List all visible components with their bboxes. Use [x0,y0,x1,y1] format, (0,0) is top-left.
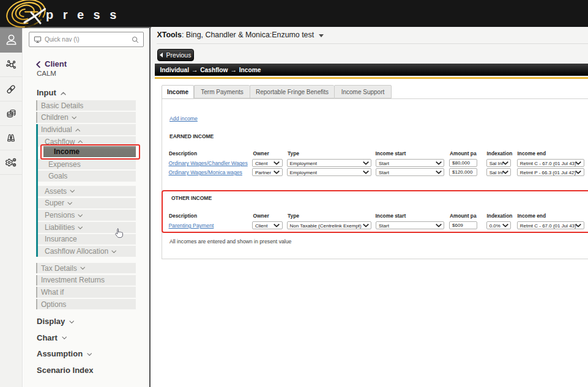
selected-tree-item-bar[interactable]: Income [43,146,136,158]
description-link[interactable]: Ordinary Wages/Chandler Wages [169,160,248,166]
chevron-down-icon [72,116,77,120]
owner-select[interactable]: Partner [252,168,283,176]
column-header-description: Description [169,150,197,157]
tree-item-expenses[interactable]: Expenses [38,159,136,170]
sidebar-heading-chart[interactable]: Chart [37,333,67,342]
rail-item-user[interactable] [0,28,22,53]
breadcrumb-item: Income [239,67,261,73]
select-chevron-icon [575,171,581,174]
select-value: Sal Inf [489,161,504,166]
owner-select[interactable]: Client [252,221,283,229]
tree-item-children[interactable]: Children [36,112,136,123]
income-end-select[interactable]: Retmt P - 66.3 (01 Jul 42) [517,168,584,176]
title-dropdown-caret-icon[interactable] [319,34,324,37]
tab-income-support[interactable]: Income Support [334,85,392,98]
tab-reportable-fringe-benefits[interactable]: Reportable Fringe Benefits [250,85,334,98]
tree-item-income[interactable]: Income [38,146,136,158]
select-value: Client [255,223,267,229]
sidebar-heading-scenario-index[interactable]: Scenario Index [37,366,93,375]
income-start-select[interactable]: Start [376,159,444,167]
tree-item-tax-details[interactable]: Tax Details [36,263,136,274]
chevron-down-icon [111,250,117,254]
tree-item-assets[interactable]: Assets [38,186,136,197]
gears-icon [5,157,17,168]
sidebar-heading-label: Display [37,317,65,326]
tree-item-label: Super [38,199,64,207]
tab-label: Income Support [341,89,385,95]
select-value: Retmt C - 67.0 (01 Jul 43) [520,223,576,229]
icon-rail [0,28,23,387]
input-section-heading[interactable]: Input [37,88,66,97]
sidebar-heading-label: Chart [37,333,58,342]
indexation-select[interactable]: Sal Inf [486,159,512,167]
page-title-text: XTools: Bing, Chandler & Monica:Enzumo t… [157,31,314,39]
indexation-select[interactable]: Sal Inf [486,168,512,176]
page-title-rest: : Bing, Chandler & Monica:Enzumo test [182,31,314,39]
tree-item-what-if[interactable]: What if [36,287,136,298]
rail-item-network[interactable] [0,53,22,77]
hand-cursor-icon [115,228,123,238]
tree-item-cashflow-allocation[interactable]: Cashflow Allocation [38,246,136,257]
user-icon [6,34,17,46]
breadcrumb-arrow: → [228,67,239,73]
previous-label: Previous [166,51,192,59]
rail-item-binoculars[interactable] [0,126,22,150]
column-header-owner: Owner [253,150,269,157]
tree-item-investment-returns[interactable]: Investment Returns [36,275,136,286]
sidebar-heading-display[interactable]: Display [37,317,75,326]
tree-item-basic-details[interactable]: Basic Details [36,100,136,111]
page-title[interactable]: XTools: Bing, Chandler & Monica:Enzumo t… [157,31,324,39]
select-chevron-icon [575,161,581,165]
select-value: Retmt C - 67.0 (01 Jul 43) [520,161,576,166]
client-name: CALM [37,70,56,77]
tree-item-super[interactable]: Super [38,198,136,209]
chevron-down-icon [67,202,73,205]
tree-item-label: Cashflow [38,138,75,146]
chevron-down-icon [69,320,75,324]
amount-pa-input[interactable] [449,159,477,167]
rail-item-gears[interactable] [0,150,22,175]
quick-nav-search[interactable] [29,32,144,47]
tree-item-individual[interactable]: Individual [38,124,136,135]
previous-button[interactable]: Previous [157,49,194,61]
tree-item-goals[interactable]: Goals [38,171,136,182]
tree-item-cashflow[interactable]: Cashflow [38,136,136,147]
income-end-select[interactable]: Retmt C - 67.0 (01 Jul 43) [517,221,584,229]
tab-income[interactable]: Income [162,85,194,99]
amount-pa-input[interactable] [449,221,477,229]
owner-select[interactable]: Client [252,159,283,167]
indexation-select[interactable]: 0.0% [486,221,512,229]
description-link[interactable]: Ordinary Wages/Monica wages [169,169,242,175]
chevron-down-icon [87,353,92,356]
select-value: Sal Inf [489,170,504,175]
other-income-title: OTHER INCOME [171,195,212,201]
tree-item-label: Children [37,113,69,122]
column-header-income-start: Income start [376,213,406,219]
column-header-amount-pa: Amount pa [450,150,477,157]
select-chevron-icon [274,224,280,227]
breadcrumb-item: Individual [160,67,190,73]
income-start-select[interactable]: Start [376,168,444,176]
income-end-select[interactable]: Retmt C - 67.0 (01 Jul 43) [517,159,584,167]
quick-nav-input[interactable] [45,36,131,43]
tab-label: Income [167,89,188,95]
tree-item-options[interactable]: Options [36,299,136,310]
select-chevron-icon [502,224,508,227]
tab-term-payments[interactable]: Term Payments [194,85,250,98]
binoculars-icon [6,133,17,143]
type-select[interactable]: Non Taxable (Centrelink Exempt) [287,221,372,229]
rail-item-link[interactable] [0,77,22,101]
amount-pa-input[interactable] [449,168,477,176]
type-select[interactable]: Employment [287,168,372,176]
client-back-heading[interactable]: Client [36,59,67,68]
tree-item-pensions[interactable]: Pensions [38,210,136,221]
type-select[interactable]: Employment [287,159,372,167]
sidebar-heading-assumption[interactable]: Assumption [37,349,92,358]
add-income-link[interactable]: Add income [169,116,198,122]
rail-item-coins[interactable] [0,101,22,126]
breadcrumb-item: Cashflow [200,67,228,73]
income-start-select[interactable]: Start [376,221,444,229]
chevron-up-icon [78,140,83,144]
description-link[interactable]: Parenting Payment [169,223,214,229]
select-value: Client [255,161,267,166]
